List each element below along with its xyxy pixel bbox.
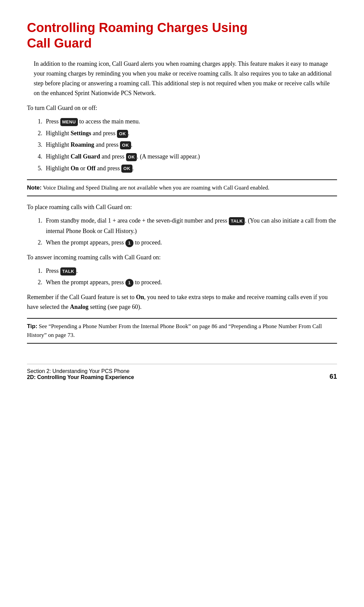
list-item: Highlight On or Off and press OK. — [44, 163, 337, 174]
ok-badge-1: OK — [117, 130, 128, 138]
ok-badge-4: OK — [121, 165, 132, 173]
remember-paragraph: Remember if the Call Guard feature is se… — [27, 292, 337, 312]
steps-answer-list: Press TALK. When the prompt appears, pre… — [44, 266, 337, 288]
list-item: Highlight Roaming and press OK. — [44, 140, 337, 150]
one-badge-2: 1 — [125, 279, 133, 287]
steps-turn-on-list: Press MENU to access the main menu. High… — [44, 116, 337, 173]
list-item: Highlight Call Guard and press OK. (A me… — [44, 151, 337, 162]
tip-label: Tip: — [27, 323, 37, 329]
list-item: From standby mode, dial 1 + area code + … — [44, 215, 337, 236]
footer-left: Section 2: Understanding Your PCS Phone … — [27, 368, 134, 380]
footer-section-label: Section 2: Understanding Your PCS Phone — [27, 368, 134, 374]
note-box: Note: Voice Dialing and Speed Dialing ar… — [27, 179, 337, 196]
talk-badge-2: TALK — [60, 267, 77, 276]
note-text: Voice Dialing and Speed Dialing are not … — [41, 184, 269, 191]
list-item: Press TALK. — [44, 266, 337, 276]
tip-text: See “Prepending a Phone Number From the … — [27, 323, 322, 338]
list-item: When the prompt appears, press 1 to proc… — [44, 277, 337, 288]
ok-badge-3: OK — [126, 153, 137, 161]
list-item: Highlight Settings and press OK. — [44, 128, 337, 139]
menu-badge: MENU — [60, 118, 78, 126]
place-calls-label: To place roaming calls with Call Guard o… — [27, 202, 337, 212]
list-item: When the prompt appears, press 1 to proc… — [44, 237, 337, 248]
page-title: Controlling Roaming Charges Using Call G… — [27, 20, 337, 51]
list-item: Press MENU to access the main menu. — [44, 116, 337, 127]
steps-place-list: From standby mode, dial 1 + area code + … — [44, 215, 337, 248]
talk-badge-1: TALK — [229, 217, 245, 225]
footer-page-number: 61 — [330, 373, 337, 380]
intro-paragraph: In addition to the roaming icon, Call Gu… — [34, 59, 337, 98]
answer-calls-label: To answer incoming roaming calls with Ca… — [27, 253, 337, 262]
footer-subsection-label: 2D: Controlling Your Roaming Experience — [27, 374, 134, 380]
note-label: Note: — [27, 184, 41, 191]
page-footer: Section 2: Understanding Your PCS Phone … — [27, 364, 337, 380]
turn-on-label: To turn Call Guard on or off: — [27, 103, 337, 113]
one-badge-1: 1 — [125, 239, 133, 247]
ok-badge-2: OK — [120, 141, 131, 149]
tip-box: Tip: See “Prepending a Phone Number From… — [27, 318, 337, 344]
